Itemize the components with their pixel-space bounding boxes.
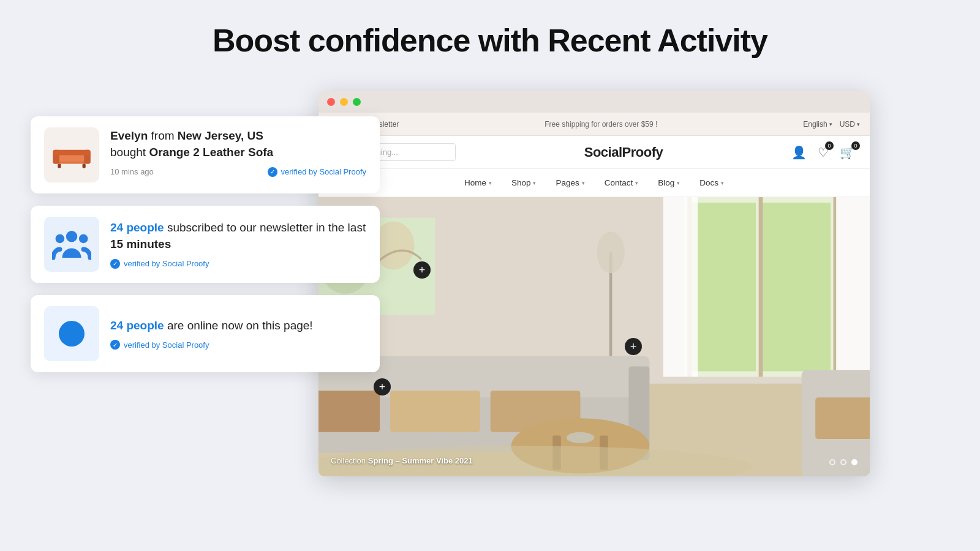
purchase-card-meta: 10 mins ago ✓ verified by Social Proofy xyxy=(110,167,366,177)
blog-chevron-icon: ▾ xyxy=(677,180,680,186)
newsletter-count: 24 people xyxy=(110,221,164,234)
cart-count: 0 xyxy=(851,141,860,150)
browser-window: Store ✉ Newsletter Free shipping for ord… xyxy=(318,91,870,476)
online-verified: ✓ verified by Social Proofy xyxy=(110,340,366,350)
purchase-time: 10 mins ago xyxy=(110,167,154,176)
svg-rect-19 xyxy=(759,197,763,377)
carousel-dot-1[interactable] xyxy=(829,459,835,465)
purchase-name: Evelyn from New Jersey, US xyxy=(110,129,263,142)
svg-point-8 xyxy=(55,234,64,244)
svg-rect-5 xyxy=(58,163,61,168)
notification-cards-container: Evelyn from New Jersey, US bought Orange… xyxy=(31,116,380,372)
traffic-light-green[interactable] xyxy=(353,98,361,106)
currency-chevron-icon: ▾ xyxy=(857,121,860,127)
browser-searchbar: 🔍 Something... SocialProofy 👤 ♡ 0 🛒 0 xyxy=(318,136,870,169)
docs-chevron-icon: ▾ xyxy=(721,180,724,186)
svg-rect-22 xyxy=(836,197,870,377)
hero-room-scene xyxy=(318,197,870,476)
contact-chevron-icon: ▾ xyxy=(635,180,638,186)
purchase-card-text: Evelyn from New Jersey, US bought Orange… xyxy=(110,128,366,160)
online-text: are online now on this page! xyxy=(167,319,313,332)
nav-item-blog[interactable]: Blog ▾ xyxy=(658,178,680,187)
online-card-icon-box xyxy=(44,306,99,361)
svg-rect-27 xyxy=(318,391,380,432)
sofa-icon xyxy=(50,140,93,170)
topbar-language[interactable]: English ▾ xyxy=(803,120,832,129)
newsletter-verified-text: verified by Social Proofy xyxy=(124,259,209,268)
brand-logo: SocialProofy xyxy=(456,144,791,160)
online-card-content: 24 people are online now on this page! ✓… xyxy=(110,318,366,350)
page-heading: Boost confidence with Recent Activity xyxy=(0,0,980,59)
topbar-shipping-text: Free shipping for orders over $59 ! xyxy=(411,120,791,129)
browser-navbar: Home ▾ Shop ▾ Pages ▾ Contact ▾ Blog ▾ D… xyxy=(318,169,870,197)
wishlist-count: 0 xyxy=(825,141,834,150)
browser-topbar: Store ✉ Newsletter Free shipping for ord… xyxy=(318,113,870,136)
nav-item-contact[interactable]: Contact ▾ xyxy=(605,178,639,187)
header-icons: 👤 ♡ 0 🛒 0 xyxy=(791,145,855,160)
user-icon[interactable]: 👤 xyxy=(791,145,807,160)
home-chevron-icon: ▾ xyxy=(489,180,492,186)
people-icon xyxy=(52,227,91,262)
hero-plus-btn-3[interactable]: + xyxy=(374,378,391,395)
online-verified-text: verified by Social Proofy xyxy=(124,340,209,350)
hero-plus-btn-2[interactable]: + xyxy=(625,338,642,355)
shop-chevron-icon: ▾ xyxy=(533,180,536,186)
hero-caption: Collection Spring – Summer Vibe 2021 xyxy=(331,456,473,465)
wishlist-icon-badge[interactable]: ♡ 0 xyxy=(818,145,829,160)
newsletter-verified-icon: ✓ xyxy=(110,259,120,269)
nav-item-home[interactable]: Home ▾ xyxy=(464,178,492,187)
svg-point-37 xyxy=(567,432,594,443)
carousel-dot-3[interactable] xyxy=(851,459,858,465)
svg-rect-21 xyxy=(663,197,698,377)
hero-plus-btn-1[interactable]: + xyxy=(413,261,431,279)
online-dot-icon xyxy=(59,321,85,347)
purchase-verified-text: verified by Social Proofy xyxy=(281,167,366,176)
nav-item-pages[interactable]: Pages ▾ xyxy=(556,178,584,187)
online-card: 24 people are online now on this page! ✓… xyxy=(31,295,380,372)
hero-collection-label: Collection xyxy=(331,456,366,465)
svg-point-9 xyxy=(79,234,88,244)
svg-rect-33 xyxy=(815,397,870,439)
nav-item-shop[interactable]: Shop ▾ xyxy=(511,178,537,187)
online-verified-icon: ✓ xyxy=(110,340,120,350)
purchase-action: bought Orange 2 Leather Sofa xyxy=(110,146,273,159)
traffic-light-red[interactable] xyxy=(327,98,335,106)
traffic-light-yellow[interactable] xyxy=(340,98,348,106)
purchase-card: Evelyn from New Jersey, US bought Orange… xyxy=(31,116,380,193)
language-chevron-icon: ▾ xyxy=(829,121,832,127)
browser-titlebar xyxy=(318,91,870,113)
topbar-currency[interactable]: USD ▾ xyxy=(840,120,860,129)
browser-hero: + + + Collection Spring – Summer Vibe 20… xyxy=(318,197,870,476)
purchase-card-icon-box xyxy=(44,127,99,182)
topbar-right: English ▾ USD ▾ xyxy=(803,120,860,129)
online-card-text: 24 people are online now on this page! xyxy=(110,318,366,334)
online-count: 24 people xyxy=(110,319,164,332)
svg-rect-16 xyxy=(690,203,756,371)
purchase-verified: ✓ verified by Social Proofy xyxy=(268,167,366,177)
newsletter-card-text: 24 people subscribed to our newsletter i… xyxy=(110,220,366,252)
svg-rect-4 xyxy=(53,150,90,156)
cart-icon-badge[interactable]: 🛒 0 xyxy=(840,145,855,160)
svg-rect-6 xyxy=(83,163,86,168)
carousel-dots xyxy=(829,459,858,465)
verified-icon: ✓ xyxy=(268,167,277,177)
newsletter-verified: ✓ verified by Social Proofy xyxy=(110,259,366,269)
newsletter-card: 24 people subscribed to our newsletter i… xyxy=(31,206,380,283)
nav-item-docs[interactable]: Docs ▾ xyxy=(699,178,724,187)
svg-point-24 xyxy=(597,231,625,273)
hero-collection-name: Spring – Summer Vibe 2021 xyxy=(368,456,473,465)
purchase-card-content: Evelyn from New Jersey, US bought Orange… xyxy=(110,128,366,181)
newsletter-card-icon-box xyxy=(44,217,99,272)
svg-rect-28 xyxy=(390,391,480,432)
svg-rect-17 xyxy=(761,203,831,371)
carousel-dot-2[interactable] xyxy=(840,459,846,465)
newsletter-card-content: 24 people subscribed to our newsletter i… xyxy=(110,220,366,268)
svg-point-7 xyxy=(66,231,77,242)
pages-chevron-icon: ▾ xyxy=(582,180,585,186)
